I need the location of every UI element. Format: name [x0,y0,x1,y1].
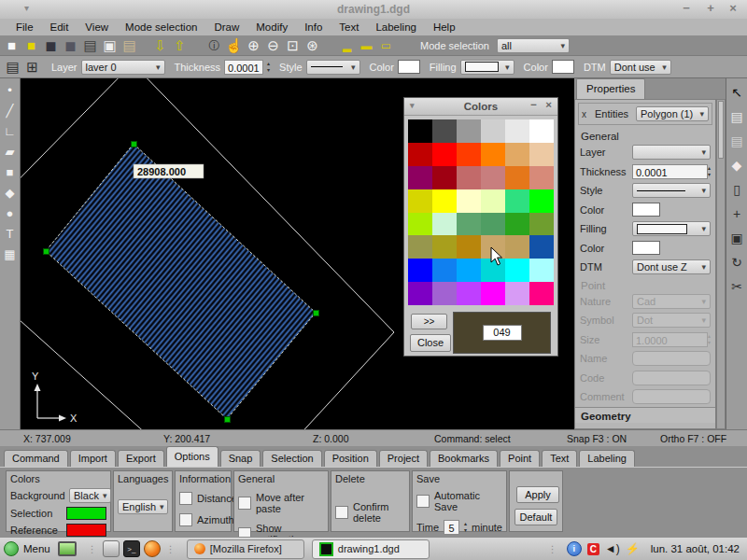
selected-polygon[interactable] [46,144,316,419]
color-cell[interactable] [432,235,457,259]
color-cell[interactable] [481,143,505,166]
color-cell[interactable] [432,213,457,236]
zoom-extents-icon[interactable]: ⊛ [303,36,322,55]
thickness-spinner[interactable]: ▴▾ [708,164,711,179]
move-after-paste-checkbox[interactable] [238,497,251,510]
dtm-dropdown[interactable]: Dont use ▾ [610,60,671,75]
menu-item[interactable]: Text [331,21,367,33]
close-button[interactable]: × [725,2,741,16]
color-cell[interactable] [457,213,481,236]
color-cell[interactable] [529,119,554,143]
azimuth-checkbox[interactable] [179,513,192,526]
export-arrow-icon[interactable]: ⇧ [170,36,190,55]
color-cell[interactable] [481,119,505,143]
move-icon[interactable]: + [727,202,746,226]
color-cell[interactable] [457,189,481,213]
layers-all-icon[interactable]: ▤ [727,129,746,153]
selection-color-swatch[interactable] [66,507,106,520]
import-arrow-icon[interactable]: ⇩ [150,36,170,55]
info-icon[interactable]: ⓘ [204,36,224,55]
color-cell[interactable] [432,166,457,189]
volume-icon[interactable]: ◄) [605,542,620,555]
color-cell[interactable] [481,189,505,213]
color-cell[interactable] [408,259,432,282]
color-cell[interactable] [432,119,457,143]
trim-icon[interactable]: ✂ [727,274,746,299]
menu-item[interactable]: Edit [42,21,78,33]
menu-button[interactable]: Menu [23,543,50,554]
color-swatch[interactable] [632,203,660,217]
menu-item[interactable]: Info [296,21,331,33]
apply-button[interactable]: Apply [516,486,559,503]
close-icon[interactable]: × [545,99,552,110]
color-cell[interactable] [529,166,554,189]
measure-area-icon[interactable]: ▭ [376,36,396,55]
color-cell[interactable] [481,166,505,189]
save-icon[interactable]: ◼ [41,36,61,55]
firefox-icon[interactable] [144,540,161,557]
fill-color-swatch[interactable] [632,241,660,255]
window-shade-icon[interactable]: ▾ [410,101,415,110]
color-cell[interactable] [505,143,529,166]
color-cell[interactable] [529,259,554,282]
background-dropdown[interactable]: Black ▾ [69,488,111,503]
line-style-dropdown[interactable]: ▾ [306,60,360,75]
color-cell[interactable] [457,259,481,282]
color-cell[interactable] [457,143,481,166]
entities-close-button[interactable]: x [582,109,595,119]
new-file-icon[interactable]: ■ [2,36,21,55]
rectangle-tool-icon[interactable]: ■ [1,162,20,183]
text-tool-icon[interactable]: T [1,224,20,245]
color-cell[interactable] [529,235,554,259]
zoom-in-icon[interactable]: ⊕ [244,36,263,55]
point-tool-icon[interactable]: • [1,80,20,101]
terminal-icon[interactable]: >_ [123,540,140,557]
scale-icon[interactable]: ▣ [727,226,746,250]
color-cell[interactable] [529,213,554,236]
minimize-button[interactable]: − [530,99,537,110]
line-color-swatch[interactable] [398,60,420,74]
copy-icon[interactable]: ▣ [100,36,120,55]
file-manager-icon[interactable] [103,540,120,557]
distance-checkbox[interactable] [179,492,192,505]
menu-item[interactable]: Modify [247,21,296,33]
title-bar[interactable]: ▾ drawing1.dgd − + × [0,0,747,20]
diamond-tool-icon[interactable]: ◆ [1,183,20,203]
language-dropdown[interactable]: English ▾ [118,499,168,514]
bottom-tab[interactable]: Export [118,450,164,467]
select-cursor-icon[interactable]: ↖ [727,80,746,105]
eraser-icon[interactable]: ◆ [727,153,746,177]
antivirus-icon[interactable]: C [587,543,599,555]
menu-item[interactable]: Labeling [367,21,424,33]
color-cell[interactable] [432,189,457,213]
polygon-tool-icon[interactable]: ▰ [1,142,20,162]
thickness-input[interactable]: 0.0001 [224,60,263,75]
reference-color-swatch[interactable] [66,524,106,537]
color-cell[interactable] [529,143,554,166]
more-colors-button[interactable]: >> [411,314,447,329]
bottom-tab[interactable]: Options [166,446,218,467]
color-number-input[interactable]: 049 [483,325,522,341]
filling-dropdown[interactable]: ▾ [460,60,514,75]
clock[interactable]: lun. 31 août, 01:42 [651,543,740,554]
color-cell[interactable] [457,119,481,143]
zoom-window-icon[interactable]: ⊡ [283,36,303,55]
dtm-dropdown[interactable]: Dont use Z ▾ [632,259,711,274]
color-cell[interactable] [529,282,554,305]
circle-tool-icon[interactable]: ● [1,203,20,224]
color-cell[interactable] [408,166,432,189]
color-cell[interactable] [529,189,554,213]
status-snap[interactable]: Snap F3 : ON [567,433,627,444]
layer-dropdown[interactable]: laver 0 ▾ [81,60,165,75]
pan-hand-icon[interactable]: ☝ [224,36,244,55]
color-cell[interactable] [457,235,481,259]
bottom-tab[interactable]: Bookmarks [430,450,498,467]
color-cell[interactable] [505,119,529,143]
color-cell[interactable] [505,166,529,189]
scrollbar-thumb[interactable] [718,101,724,159]
color-cell[interactable] [505,189,529,213]
minimize-button[interactable]: − [678,2,695,16]
image-tool-icon[interactable]: ▦ [1,245,20,265]
bottom-tab[interactable]: Point [500,450,540,467]
menu-item[interactable]: Draw [205,21,247,33]
